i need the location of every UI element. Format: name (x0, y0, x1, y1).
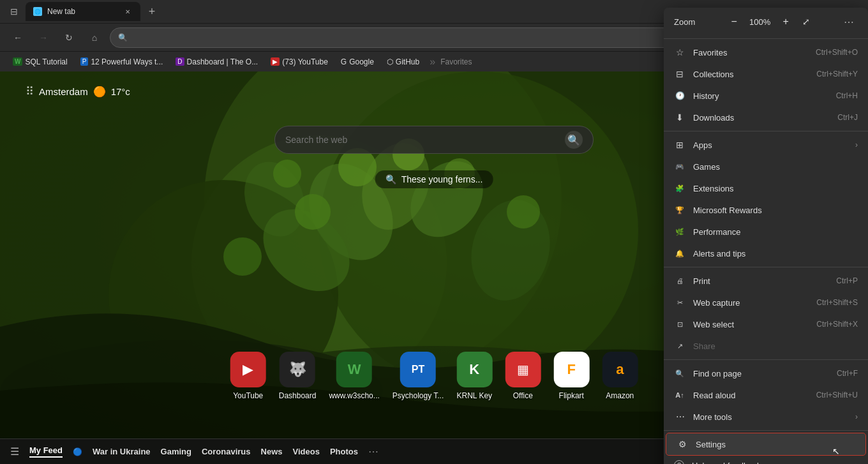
menu-item-alerts-label: Alerts and tips (693, 249, 858, 258)
menu-item-extensions[interactable]: 🧩 Extensions (664, 177, 868, 199)
menu-item-apps[interactable]: ⊞ Apps › (664, 134, 868, 156)
bookmark-favicon-google: G (341, 57, 347, 66)
quick-link-icon-w3schools: W (336, 352, 372, 387)
menu-item-moretools[interactable]: ⋯ More tools › (664, 406, 868, 428)
home-button[interactable]: ⌂ (84, 27, 105, 48)
menu-item-readaloud-label: Read aloud (693, 391, 809, 400)
menu-item-history[interactable]: 🕐 History Ctrl+H (664, 85, 868, 107)
games-icon: 🎮 (674, 161, 685, 172)
bookmark-youtube[interactable]: ▶ (73) YouTube (266, 56, 333, 68)
menu-item-helpfeedback[interactable]: ? Help and feedback › (664, 455, 868, 464)
print-icon: 🖨 (674, 275, 685, 287)
menu-item-findonpage-label: Find on page (693, 369, 829, 378)
nav-coronavirus[interactable]: Coronavirus (202, 447, 251, 456)
menu-item-print[interactable]: 🖨 Print Ctrl+P (664, 270, 868, 292)
quick-link-label-amazon: Amazon (606, 391, 634, 400)
bookmark-label-dashboard: Dashboard | The O... (187, 57, 258, 66)
bookmark-github[interactable]: ⬡ GitHub (382, 56, 424, 68)
tab-favicon: 🌐 (33, 7, 42, 16)
quick-link-flipkart[interactable]: F Flipkart (553, 352, 589, 400)
bookmark-favicon-sql: W (13, 57, 22, 66)
war-ukraine-dot: 🔵 (73, 447, 82, 456)
tab-close-button[interactable]: ✕ (123, 6, 133, 17)
menu-item-favorites[interactable]: ☆ Favorites Ctrl+Shift+O (664, 41, 868, 63)
menu-item-webcapture[interactable]: ✂ Web capture Ctrl+Shift+S (664, 292, 868, 313)
nav-my-feed[interactable]: My Feed (29, 445, 63, 458)
quick-link-label-w3schools: www.w3scho... (329, 391, 379, 400)
browser-tab-active[interactable]: 🌐 New tab ✕ (26, 2, 140, 21)
quick-link-dashboard[interactable]: 🐺 Dashboard (279, 352, 317, 400)
image-caption[interactable]: 🔍 These young ferns... (375, 170, 493, 188)
refresh-button[interactable]: ↻ (59, 27, 79, 48)
menu-item-extensions-label: Extensions (693, 184, 858, 193)
new-tab-button[interactable]: + (143, 3, 161, 20)
zoom-out-button[interactable]: − (725, 13, 743, 31)
bookmarks-more-icon: » (430, 56, 435, 68)
menu-item-findonpage-shortcut: Ctrl+F (837, 369, 858, 378)
quick-link-icon-krnl: K (456, 352, 492, 387)
moretools-arrow-icon: › (855, 412, 858, 421)
menu-item-findonpage[interactable]: 🔍 Find on page Ctrl+F (664, 363, 868, 384)
quick-link-w3schools[interactable]: W www.w3scho... (329, 352, 379, 400)
performance-icon: 🌿 (674, 226, 685, 237)
favorites-icon: ☆ (674, 47, 685, 58)
zoom-in-button[interactable]: + (777, 13, 795, 31)
browser-window: ⊟ 🌐 New tab ✕ + — ☐ ✕ ← → ↻ ⌂ 🔍 (0, 0, 868, 464)
share-icon: ↗ (674, 340, 685, 352)
menu-item-games[interactable]: 🎮 Games (664, 156, 868, 177)
quick-link-psychology[interactable]: PT Psychology T... (393, 352, 444, 400)
nav-photos[interactable]: Photos (330, 447, 358, 456)
menu-item-alerts[interactable]: 🔔 Alerts and tips (664, 243, 868, 264)
menu-item-collections[interactable]: ⊟ Collections Ctrl+Shift+Y (664, 63, 868, 85)
forward-button[interactable]: → (33, 27, 54, 48)
menu-item-rewards[interactable]: 🏆 Microsoft Rewards (664, 199, 868, 221)
bookmark-google[interactable]: G Google (336, 56, 379, 68)
search-box[interactable]: 🔍 (274, 126, 594, 154)
bookmark-powerful[interactable]: P 12 Powerful Ways t... (75, 56, 168, 68)
moretools-icon: ⋯ (674, 411, 685, 423)
menu-item-webselect[interactable]: ⊡ Web select Ctrl+Shift+X (664, 313, 868, 335)
favorites-button-bar[interactable]: Favorites (440, 57, 472, 66)
quick-link-amazon[interactable]: a Amazon (602, 352, 638, 400)
menu-item-history-shortcut: Ctrl+H (836, 91, 858, 100)
bookmark-favicon-youtube: ▶ (271, 57, 280, 66)
bookmark-label-github: GitHub (396, 57, 419, 66)
menu-item-readaloud[interactable]: A↑ Read aloud Ctrl+Shift+U (664, 384, 868, 406)
menu-more-options-button[interactable]: ⋯ (840, 13, 858, 31)
bookmark-dashboard[interactable]: D Dashboard | The O... (170, 56, 263, 68)
sidebar-toggle[interactable]: ⊟ (5, 3, 23, 20)
nav-more-button[interactable]: ⋯ (368, 445, 378, 458)
menu-item-downloads-label: Downloads (693, 113, 830, 123)
quick-link-icon-youtube: ▶ (230, 352, 266, 387)
menu-item-downloads[interactable]: ⬇ Downloads Ctrl+J (664, 107, 868, 128)
weather-city: Amsterdam (39, 86, 88, 97)
svg-point-17 (223, 237, 262, 276)
search-submit-button[interactable]: 🔍 (565, 131, 583, 149)
bookmark-favicon-dashboard: D (176, 57, 184, 66)
menu-item-helpfeedback-label: Help and feedback (692, 461, 848, 465)
findonpage-icon: 🔍 (674, 368, 685, 379)
quick-link-office[interactable]: ▦ Office (505, 352, 541, 400)
nav-news[interactable]: News (261, 447, 283, 456)
menu-item-webcapture-label: Web capture (693, 298, 809, 308)
menu-divider-2 (664, 131, 868, 131)
bookmark-sql[interactable]: W SQL Tutorial (8, 56, 73, 68)
back-button[interactable]: ← (8, 27, 28, 48)
quick-link-krnl[interactable]: K KRNL Key (456, 352, 492, 400)
quick-link-youtube[interactable]: ▶ YouTube (230, 352, 266, 400)
collections-icon: ⊟ (674, 68, 685, 80)
webselect-icon: ⊡ (674, 318, 685, 330)
nav-gaming[interactable]: Gaming (161, 447, 191, 456)
svg-point-11 (338, 148, 377, 186)
bookmark-label-youtube: (73) YouTube (282, 57, 328, 66)
nav-videos[interactable]: Videos (293, 447, 320, 456)
bookmark-favicon-github: ⬡ (387, 57, 393, 66)
history-icon: 🕐 (674, 90, 685, 101)
menu-item-performance[interactable]: 🌿 Performance (664, 221, 868, 243)
search-input[interactable] (285, 135, 560, 145)
menu-item-settings[interactable]: ⚙ Settings ↖ (666, 433, 865, 455)
nav-war-ukraine[interactable]: War in Ukraine (93, 447, 151, 456)
hamburger-icon[interactable]: ☰ (10, 445, 19, 458)
dots-menu-icon[interactable]: ⠿ (26, 84, 34, 98)
zoom-fullscreen-button[interactable]: ⤢ (797, 13, 815, 31)
